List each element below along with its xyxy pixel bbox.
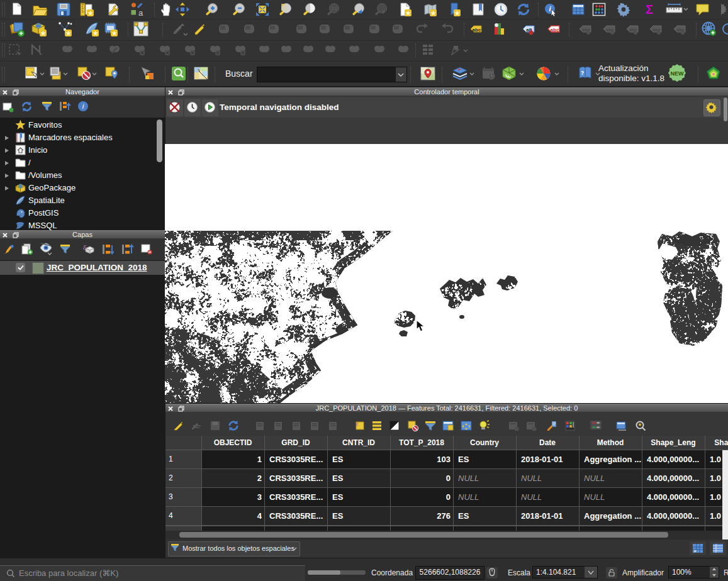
svg-text:NEW: NEW <box>671 70 685 77</box>
svg-text:a: a <box>138 8 143 18</box>
svg-text:?: ? <box>581 70 585 76</box>
svg-text:Σ: Σ <box>646 3 653 16</box>
svg-text:abc: abc <box>473 27 481 33</box>
svg-text:abc: abc <box>551 27 559 33</box>
svg-text:1:1: 1:1 <box>331 6 337 11</box>
